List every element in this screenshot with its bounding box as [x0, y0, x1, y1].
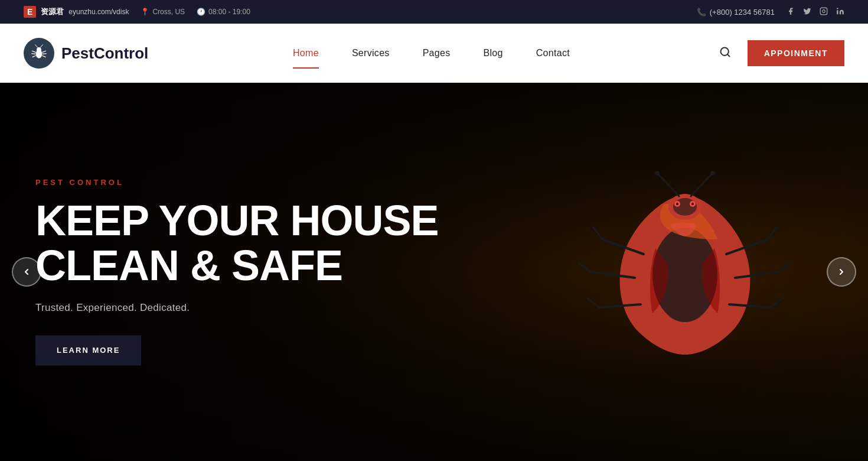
nav-link-contact[interactable]: Contact [520, 41, 586, 66]
svg-line-23 [658, 174, 679, 196]
hero-title-line1: KEEP YOUR HOUSE [35, 197, 439, 244]
hero-content: PEST CONTROL KEEP YOUR HOUSE CLEAN & SAF… [35, 178, 439, 365]
slider-prev-button[interactable] [12, 257, 41, 287]
svg-line-31 [579, 263, 590, 272]
eyunzhu-url: eyunzhu.com/vdisk [68, 8, 129, 16]
nav-item-pages: Pages [406, 41, 467, 66]
svg-point-5 [37, 47, 41, 53]
svg-line-10 [42, 54, 46, 54]
topbar-hours: 🕐 08:00 - 19:00 [197, 8, 250, 16]
hero-subtitle: PEST CONTROL [35, 178, 439, 187]
svg-line-30 [593, 228, 602, 239]
hours-text: 08:00 - 19:00 [208, 8, 250, 16]
eyunzhu-cn-text: 资源君 [41, 7, 64, 17]
topbar-logo: E 资源君 eyunzhu.com/vdisk [24, 6, 129, 18]
hero-description: Trusted. Experienced. Dedicated. [35, 303, 439, 314]
svg-point-25 [655, 171, 660, 176]
search-button[interactable] [714, 41, 736, 66]
logo-icon [24, 38, 54, 69]
clock-icon: 🕐 [197, 8, 205, 16]
hero-title: KEEP YOUR HOUSE CLEAN & SAFE [35, 199, 439, 288]
appointment-button[interactable]: APPOINMENT [748, 40, 844, 66]
linkedin-icon[interactable] [836, 7, 844, 17]
hero-section: PEST CONTROL KEEP YOUR HOUSE CLEAN & SAF… [0, 83, 868, 461]
svg-line-7 [31, 54, 35, 54]
learn-more-button[interactable]: LEARN MORE [35, 336, 141, 366]
svg-point-26 [710, 171, 715, 176]
svg-point-22 [691, 203, 694, 205]
hero-bug-illustration [561, 148, 809, 396]
nav-link-blog[interactable]: Blog [467, 41, 520, 66]
topbar-location: 📍 Cross, US [141, 8, 185, 16]
hero-title-line2: CLEAN & SAFE [35, 242, 342, 289]
topbar-phone: 📞 (+800) 1234 56781 [697, 8, 775, 17]
svg-rect-0 [820, 8, 827, 15]
svg-line-37 [779, 263, 791, 272]
twitter-icon[interactable] [803, 7, 811, 17]
phone-icon: 📞 [697, 8, 706, 17]
top-bar: E 资源君 eyunzhu.com/vdisk 📍 Cross, US 🕐 08… [0, 0, 868, 24]
facebook-icon[interactable] [787, 7, 795, 17]
svg-line-36 [768, 228, 776, 239]
svg-line-24 [691, 174, 712, 196]
phone-number: (+800) 1234 56781 [710, 8, 775, 17]
nav-item-blog: Blog [467, 41, 520, 66]
nav-item-contact: Contact [520, 41, 586, 66]
nav-item-home: Home [276, 41, 335, 66]
nav-links: Home Services Pages Blog Contact [276, 41, 586, 66]
logo[interactable]: PestControl [24, 38, 148, 69]
nav-link-pages[interactable]: Pages [406, 41, 467, 66]
nav-link-services[interactable]: Services [335, 41, 406, 66]
location-icon: 📍 [141, 8, 149, 16]
top-bar-right: 📞 (+800) 1234 56781 [697, 7, 844, 17]
location-text: Cross, US [152, 8, 185, 16]
social-icons-group [787, 7, 844, 17]
instagram-icon[interactable] [820, 7, 828, 17]
top-bar-left: E 资源君 eyunzhu.com/vdisk 📍 Cross, US 🕐 08… [24, 6, 250, 18]
brand-name: PestControl [61, 44, 148, 63]
nav-link-home[interactable]: Home [276, 41, 335, 66]
nav-right: APPOINMENT [714, 40, 844, 66]
svg-point-21 [676, 203, 678, 205]
eyunzhu-brand-box: E [24, 6, 36, 18]
svg-line-32 [588, 298, 599, 307]
svg-line-38 [771, 298, 782, 307]
svg-line-15 [727, 54, 730, 56]
svg-point-2 [837, 8, 838, 9]
nav-item-services: Services [335, 41, 406, 66]
slider-next-button[interactable] [827, 257, 856, 287]
svg-point-18 [673, 198, 697, 216]
navbar: PestControl Home Services Pages Blog Con… [0, 24, 868, 83]
